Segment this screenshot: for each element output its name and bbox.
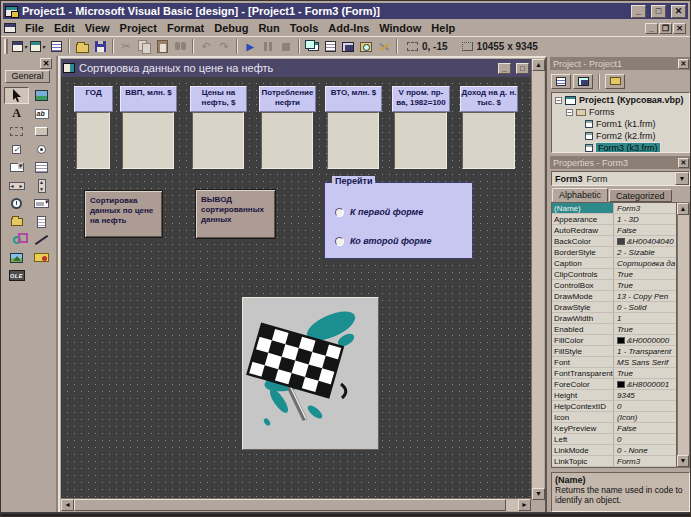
tool-pointer[interactable]: [4, 87, 29, 104]
scroll-down-icon[interactable]: ▼: [532, 488, 545, 500]
property-row-fillstyle[interactable]: FillStyle1 - Transparent: [552, 346, 676, 357]
tool-textbox[interactable]: ab: [29, 105, 54, 122]
scroll-right-icon[interactable]: ►: [518, 499, 531, 511]
form-minimize-icon[interactable]: _: [498, 63, 511, 74]
property-row-autoredraw[interactable]: AutoRedrawFalse: [552, 225, 676, 236]
tool-timer[interactable]: [4, 195, 29, 212]
listbox-prom[interactable]: [394, 112, 447, 169]
mdi-close-icon[interactable]: ✕: [673, 23, 686, 34]
designer-horizontal-scrollbar[interactable]: ◄ ►: [61, 498, 531, 511]
scroll-up-icon[interactable]: ▲: [532, 59, 545, 71]
menu-view[interactable]: View: [80, 21, 115, 35]
property-row-borderstyle[interactable]: BorderStyle2 - Sizable: [552, 247, 676, 258]
menu-help[interactable]: Help: [426, 21, 460, 35]
property-row-drawwidth[interactable]: DrawWidth1: [552, 313, 676, 324]
scroll-up-icon[interactable]: ▲: [677, 203, 689, 215]
property-row-fonttransparent[interactable]: FontTransparentTrue: [552, 368, 676, 379]
radio-icon[interactable]: [335, 208, 344, 217]
property-row-height[interactable]: Height9345: [552, 390, 676, 401]
view-object-icon[interactable]: [573, 74, 593, 89]
menu-file[interactable]: File: [20, 21, 49, 35]
form-layout-window-icon[interactable]: [339, 38, 357, 55]
collapse-icon[interactable]: −: [566, 109, 573, 116]
open-project-icon[interactable]: [73, 38, 91, 55]
listbox-potreblenie[interactable]: [261, 112, 313, 169]
tool-checkbox[interactable]: ✓: [4, 141, 29, 158]
property-row-linktopic[interactable]: LinkTopicForm3: [552, 456, 676, 467]
tool-line[interactable]: [29, 231, 54, 248]
listbox-god[interactable]: [76, 112, 110, 169]
save-project-icon[interactable]: [91, 38, 109, 55]
property-row-keypreview[interactable]: KeyPreviewFalse: [552, 423, 676, 434]
object-dropdown[interactable]: Form3 Form ▼: [551, 171, 690, 186]
toggle-folders-icon[interactable]: [605, 74, 625, 89]
flag-picture[interactable]: [242, 297, 379, 450]
menu-project[interactable]: Project: [115, 21, 162, 35]
option-first-form[interactable]: К первой форме: [335, 207, 423, 217]
tool-ole[interactable]: OLE: [4, 267, 29, 284]
menu-debug[interactable]: Debug: [209, 21, 253, 35]
menu-window[interactable]: Window: [374, 21, 426, 35]
tool-filelistbox[interactable]: [29, 213, 54, 230]
tool-listbox[interactable]: [29, 159, 54, 176]
sort-button[interactable]: Сортировка данных по цене на нефть: [84, 190, 163, 238]
toolbox-icon[interactable]: [375, 38, 393, 55]
property-row-fillcolor[interactable]: FillColor&H0000000: [552, 335, 676, 346]
menu-edit[interactable]: Edit: [49, 21, 80, 35]
form-design-surface[interactable]: ГОД ВВП, млн. $ Цены на нефть, $ Потребл…: [61, 77, 531, 500]
property-row-drawstyle[interactable]: DrawStyle0 - Solid: [552, 302, 676, 313]
view-code-icon[interactable]: [551, 74, 571, 89]
listbox-vto[interactable]: [327, 112, 379, 169]
designer-vertical-scrollbar[interactable]: ▲ ▼: [531, 59, 544, 500]
paste-icon[interactable]: [153, 38, 171, 55]
radio-icon[interactable]: [335, 237, 344, 246]
toolbox-close-icon[interactable]: ✕: [40, 58, 52, 69]
project-panel-close-icon[interactable]: ✕: [678, 59, 689, 69]
tool-picturebox[interactable]: [29, 87, 54, 104]
scroll-thumb[interactable]: [74, 499, 506, 511]
property-row-name[interactable]: (Name)Form3: [552, 203, 676, 214]
project-panel-title-bar[interactable]: Project - Project1 ✕: [550, 57, 691, 70]
listbox-vvp[interactable]: [122, 112, 174, 169]
property-row-icon[interactable]: Icon(Icon): [552, 412, 676, 423]
mdi-minimize-icon[interactable]: _: [645, 23, 658, 34]
tool-vscrollbar[interactable]: ▲▼: [29, 177, 54, 194]
close-icon[interactable]: ✕: [671, 5, 686, 18]
property-row-font[interactable]: FontMS Sans Serif: [552, 357, 676, 368]
property-row-linkmode[interactable]: LinkMode0 - None: [552, 445, 676, 456]
tool-dirlistbox[interactable]: [4, 213, 29, 230]
property-row-clipcontrols[interactable]: ClipControlsTrue: [552, 269, 676, 280]
tree-item-form2[interactable]: Form2 (k2.frm): [552, 130, 689, 142]
redo-icon[interactable]: ↷: [215, 38, 233, 55]
tool-hscrollbar[interactable]: ◄►: [4, 177, 29, 194]
tab-alphabetic[interactable]: Alphabetic: [552, 188, 608, 202]
add-project-icon[interactable]: ▾: [11, 38, 29, 55]
menu-run[interactable]: Run: [253, 21, 284, 35]
scroll-left-icon[interactable]: ◄: [61, 499, 74, 511]
listbox-dohod[interactable]: [462, 112, 515, 169]
undo-icon[interactable]: ↶: [197, 38, 215, 55]
object-browser-icon[interactable]: [357, 38, 375, 55]
property-row-controlbox[interactable]: ControlBoxTrue: [552, 280, 676, 291]
output-button[interactable]: ВЫВОД сортированных данных: [195, 189, 276, 239]
menu-addins[interactable]: Add-Ins: [323, 21, 374, 35]
tool-commandbutton[interactable]: [29, 123, 54, 140]
option-second-form[interactable]: Ко второй форме: [335, 236, 431, 246]
property-row-enabled[interactable]: EnabledTrue: [552, 324, 676, 335]
mdi-child-icon[interactable]: [4, 23, 16, 33]
break-icon[interactable]: [259, 38, 277, 55]
minimize-icon[interactable]: _: [631, 5, 646, 18]
collapse-icon[interactable]: −: [555, 97, 562, 104]
dropdown-arrow-icon[interactable]: ▼: [675, 172, 689, 185]
tree-item-form1[interactable]: Form1 (k1.frm): [552, 118, 689, 130]
listbox-ceny[interactable]: [192, 112, 244, 169]
toolbox-tab-general[interactable]: General: [5, 70, 50, 83]
scroll-down-icon[interactable]: ▼: [677, 455, 689, 467]
toolbar-grip[interactable]: [4, 39, 8, 54]
tree-item-project[interactable]: − Project1 (Курсовая.vbp): [552, 94, 689, 106]
cut-icon[interactable]: ✂: [117, 38, 135, 55]
property-row-left[interactable]: Left0: [552, 434, 676, 445]
property-row-drawmode[interactable]: DrawMode13 - Copy Pen: [552, 291, 676, 302]
tree-item-forms-folder[interactable]: − Forms: [552, 106, 689, 118]
tree-item-form3[interactable]: Form3 (k3.frm): [552, 142, 689, 153]
